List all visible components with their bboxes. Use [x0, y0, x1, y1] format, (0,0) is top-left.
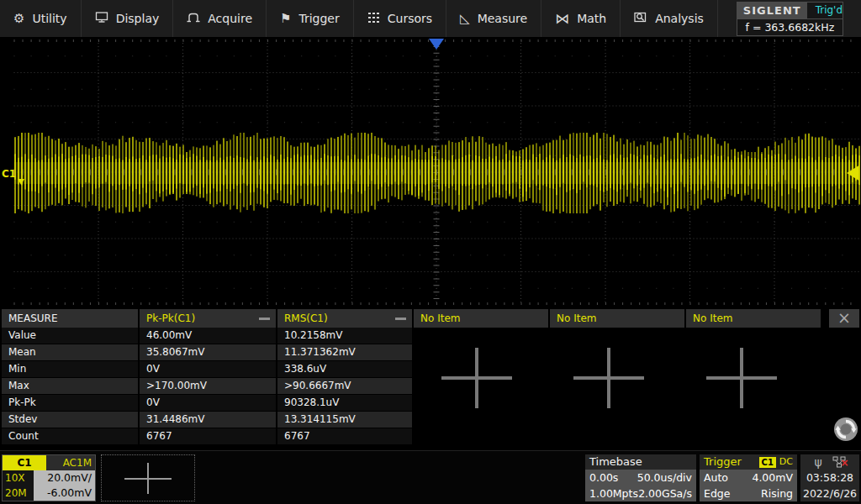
- channel1-bandwidth: 20M: [3, 486, 34, 501]
- trigger-descriptor-box[interactable]: Trigger C1 DC Auto 4.00mV Edge Rising: [700, 454, 797, 501]
- channel1-badge: C1: [3, 455, 46, 470]
- pkpk-value: 31.4486mV: [140, 412, 276, 428]
- rms-header-text: RMS(C1): [284, 312, 328, 324]
- scope-graticule: C1: [0, 37, 861, 307]
- measure-ruler-icon: ◺: [460, 13, 470, 25]
- measure-col-pkpk-header[interactable]: Pk-Pk(C1): [140, 309, 276, 328]
- trigger-status-badge: Trig'd: [816, 4, 843, 16]
- top-menu-bar: ⚙ Utility Display Acquire ⚑ Trigger: [0, 0, 861, 37]
- oscilloscope-screen: ⚙ Utility Display Acquire ⚑ Trigger: [0, 0, 861, 504]
- channel1-offset: -6.00mV: [34, 486, 95, 501]
- add-measure-icon[interactable]: [706, 348, 777, 408]
- remove-measure-icon[interactable]: [259, 318, 270, 320]
- rms-value: >90.6667mV: [277, 378, 412, 394]
- menu-math-label: Math: [577, 12, 606, 25]
- menu-cursors[interactable]: Cursors: [354, 0, 446, 37]
- bottom-status-bar: C1 AC1M 10X 20.0mV/ 20M -6.00mV Timebase…: [0, 450, 861, 504]
- row-label: Min: [2, 361, 138, 377]
- timebase-memory-depth: 1.00Mpts: [589, 486, 638, 501]
- rms-value: 13.314115mV: [277, 412, 412, 428]
- menu-utility-label: Utility: [32, 12, 66, 25]
- trigger-level: 4.00mV: [752, 470, 793, 486]
- menu-measure[interactable]: ◺ Measure: [446, 0, 541, 37]
- menu-acquire[interactable]: Acquire: [173, 0, 267, 37]
- channel1-coupling: AC1M: [46, 455, 95, 470]
- row-label: Count: [2, 428, 138, 444]
- measurement-panel: MEASURE Pk-Pk(C1) RMS(C1) No Item No Ite…: [0, 309, 861, 449]
- channel1-scale: 20.0mV/: [34, 470, 95, 486]
- brand-trigger-status-block: SIGLENT Trig'd f = 363.6682kHz: [737, 2, 843, 36]
- measure-col-empty3-header[interactable]: No Item: [686, 309, 821, 328]
- remove-measure-icon[interactable]: [395, 318, 406, 320]
- clock-date: 2022/6/26: [800, 486, 859, 501]
- menu-math[interactable]: ⋈ Math: [541, 0, 621, 37]
- trigger-coupling: DC: [779, 454, 793, 470]
- channel1-position-marker[interactable]: C1: [2, 168, 16, 180]
- trigger-mode: Auto: [704, 470, 728, 486]
- rms-value: 10.2158mV: [277, 328, 412, 344]
- measure-title-text: MEASURE: [8, 312, 57, 324]
- row-label: Stdev: [2, 412, 138, 428]
- pkpk-value: >170.00mV: [140, 378, 276, 394]
- no-item-text: No Item: [420, 312, 460, 324]
- monitor-icon: [95, 11, 108, 26]
- acquire-arch-icon: [187, 11, 200, 26]
- menu-trigger[interactable]: ⚑ Trigger: [267, 0, 354, 37]
- timebase-descriptor-box[interactable]: Timebase 0.00s 50.0us/div 1.00Mpts 2.00G…: [585, 454, 696, 501]
- cursors-grid-icon: [367, 11, 380, 26]
- menu-display-label: Display: [116, 12, 160, 25]
- add-channel-button[interactable]: [101, 454, 195, 501]
- row-label: Pk-Pk: [2, 395, 138, 411]
- timebase-delay: 0.00s: [589, 470, 618, 486]
- timebase-title: Timebase: [589, 454, 642, 470]
- add-measure-icon[interactable]: [573, 348, 644, 408]
- trigger-source-badge: C1: [759, 457, 776, 468]
- rms-value: 6767: [277, 428, 412, 444]
- trigger-title: Trigger: [704, 454, 742, 470]
- rms-value: 11.371362mV: [277, 344, 412, 360]
- timebase-scale: 50.0us/div: [637, 470, 692, 486]
- pkpk-header-text: Pk-Pk(C1): [146, 312, 195, 324]
- plus-icon: [147, 463, 149, 494]
- lan-disconnected-icon: ×: [832, 456, 846, 468]
- menu-measure-label: Measure: [478, 12, 528, 25]
- pkpk-value: 0V: [140, 395, 276, 411]
- close-icon[interactable]: ×: [829, 309, 859, 328]
- menu-analysis[interactable]: Analysis: [621, 0, 718, 37]
- trigger-position-marker[interactable]: [429, 39, 444, 50]
- math-bowtie-icon: ⋈: [555, 12, 569, 26]
- timebase-sample-rate: 2.00GSa/s: [638, 486, 692, 501]
- add-measure-icon[interactable]: [441, 348, 512, 408]
- flag-icon: ⚑: [280, 13, 291, 25]
- measure-col-empty1-header[interactable]: No Item: [414, 309, 548, 328]
- trigger-type: Edge: [704, 486, 730, 501]
- pkpk-value: 46.00mV: [140, 328, 276, 344]
- measure-col-empty2-header[interactable]: No Item: [550, 309, 684, 328]
- no-item-text: No Item: [693, 312, 732, 324]
- siglent-logo: SIGLENT: [737, 3, 807, 18]
- measure-col-rms-header[interactable]: RMS(C1): [277, 309, 412, 328]
- pkpk-value: 0V: [140, 361, 276, 377]
- menu-acquire-label: Acquire: [208, 12, 252, 25]
- row-label: Value: [2, 328, 138, 344]
- system-status-box[interactable]: ψ × 03:58:28 2022/6/26: [800, 454, 859, 501]
- menu-utility[interactable]: ⚙ Utility: [0, 0, 82, 37]
- analysis-magnifier-icon: [634, 11, 647, 26]
- row-label: Mean: [2, 344, 138, 360]
- gesture-rotate-icon[interactable]: [832, 416, 859, 443]
- pkpk-value: 35.8067mV: [140, 344, 276, 360]
- frequency-counter: f = 363.6682kHz: [737, 18, 843, 35]
- pkpk-value: 6767: [140, 428, 276, 444]
- channel1-descriptor-box[interactable]: C1 AC1M 10X 20.0mV/ 20M -6.00mV: [2, 454, 96, 501]
- waveform-display[interactable]: C1: [0, 37, 861, 307]
- menu-display[interactable]: Display: [82, 0, 174, 37]
- row-label: Max: [2, 378, 138, 394]
- rms-value: 90328.1uV: [277, 395, 412, 411]
- rms-value: 338.6uV: [277, 361, 412, 377]
- menu-analysis-label: Analysis: [655, 12, 704, 25]
- trigger-slope: Rising: [761, 486, 793, 501]
- channel1-attenuation: 10X: [3, 470, 34, 486]
- measure-table-title: MEASURE: [2, 309, 138, 328]
- no-item-text: No Item: [557, 312, 596, 324]
- usb-icon: ψ: [814, 456, 821, 468]
